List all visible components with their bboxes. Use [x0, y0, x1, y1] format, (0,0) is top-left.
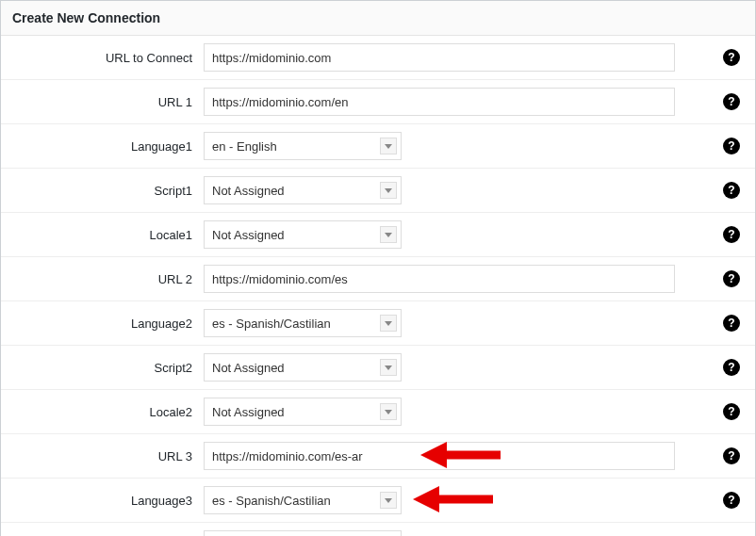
- row-locale2: Locale2 Not Assigned ?: [1, 390, 755, 434]
- label-url2: URL 2: [1, 272, 204, 286]
- label-locale1: Locale1: [1, 228, 204, 242]
- language1-select[interactable]: en - English: [204, 132, 402, 160]
- row-url2: URL 2 ?: [1, 257, 755, 301]
- svg-marker-3: [413, 486, 439, 512]
- row-script1: Script1 Not Assigned ?: [1, 169, 755, 213]
- chevron-down-icon: [380, 403, 397, 420]
- chevron-down-icon: [380, 492, 397, 509]
- help-icon[interactable]: ?: [723, 270, 740, 287]
- help-icon[interactable]: ?: [723, 49, 740, 66]
- control-url-connect: [204, 43, 746, 72]
- chevron-down-icon: [380, 359, 397, 376]
- label-language3: Language3: [1, 494, 204, 508]
- control-language3: es - Spanish/Castilian: [204, 486, 746, 514]
- help-icon[interactable]: ?: [723, 403, 740, 420]
- control-language1: en - English: [204, 132, 746, 160]
- control-url3: [204, 442, 746, 470]
- script3-select[interactable]: Not Assigned: [204, 530, 402, 536]
- control-url1: [204, 88, 746, 116]
- language1-value: en - English: [212, 139, 277, 154]
- connection-panel: Create New Connection URL to Connect ? U…: [0, 0, 756, 536]
- label-locale2: Locale2: [1, 405, 204, 419]
- locale2-select[interactable]: Not Assigned: [204, 398, 402, 426]
- label-script1: Script1: [1, 184, 204, 198]
- locale2-value: Not Assigned: [212, 405, 285, 419]
- script1-value: Not Assigned: [212, 184, 285, 198]
- help-icon[interactable]: ?: [723, 492, 740, 509]
- help-icon[interactable]: ?: [723, 226, 740, 243]
- row-language1: Language1 en - English ?: [1, 124, 755, 169]
- script2-value: Not Assigned: [212, 361, 285, 375]
- panel-title: Create New Connection: [1, 1, 755, 36]
- url2-input[interactable]: [204, 265, 675, 293]
- label-url-connect: URL to Connect: [1, 51, 204, 65]
- label-language2: Language2: [1, 317, 204, 331]
- locale1-select[interactable]: Not Assigned: [204, 220, 402, 249]
- row-url-connect: URL to Connect ?: [1, 36, 755, 80]
- help-icon[interactable]: ?: [723, 447, 740, 464]
- row-url1: URL 1 ?: [1, 80, 755, 124]
- chevron-down-icon: [380, 138, 397, 154]
- arrow-annotation-icon: [413, 480, 498, 518]
- control-script3: Not Assigned: [204, 530, 746, 536]
- label-url1: URL 1: [1, 95, 204, 109]
- label-url3: URL 3: [1, 449, 204, 463]
- url-connect-input[interactable]: [204, 43, 675, 72]
- row-script2: Script2 Not Assigned ?: [1, 346, 755, 390]
- control-language2: es - Spanish/Castilian: [204, 309, 746, 337]
- control-script1: Not Assigned: [204, 176, 746, 204]
- control-locale2: Not Assigned: [204, 398, 746, 426]
- row-language3: Language3 es - Spanish/Castilian ?: [1, 479, 755, 523]
- help-icon[interactable]: ?: [723, 93, 740, 110]
- script2-select[interactable]: Not Assigned: [204, 353, 402, 382]
- control-url2: [204, 265, 746, 293]
- language3-select[interactable]: es - Spanish/Castilian: [204, 486, 402, 514]
- help-icon[interactable]: ?: [723, 138, 740, 154]
- help-icon[interactable]: ?: [723, 315, 740, 332]
- help-icon[interactable]: ?: [723, 182, 740, 199]
- row-locale1: Locale1 Not Assigned ?: [1, 213, 755, 257]
- language2-select[interactable]: es - Spanish/Castilian: [204, 309, 402, 337]
- row-url3: URL 3 ?: [1, 434, 755, 479]
- row-script3: Script3 Not Assigned ?: [1, 523, 755, 536]
- script1-select[interactable]: Not Assigned: [204, 176, 402, 204]
- chevron-down-icon: [380, 315, 397, 332]
- chevron-down-icon: [380, 226, 397, 243]
- help-icon[interactable]: ?: [723, 359, 740, 376]
- language3-value: es - Spanish/Castilian: [212, 494, 331, 508]
- locale1-value: Not Assigned: [212, 228, 285, 242]
- control-script2: Not Assigned: [204, 353, 746, 382]
- language2-value: es - Spanish/Castilian: [212, 317, 331, 331]
- control-locale1: Not Assigned: [204, 220, 746, 249]
- row-language2: Language2 es - Spanish/Castilian ?: [1, 301, 755, 346]
- url1-input[interactable]: [204, 88, 675, 116]
- url3-input[interactable]: [204, 442, 675, 470]
- label-language1: Language1: [1, 139, 204, 154]
- label-script2: Script2: [1, 361, 204, 375]
- chevron-down-icon: [380, 182, 397, 199]
